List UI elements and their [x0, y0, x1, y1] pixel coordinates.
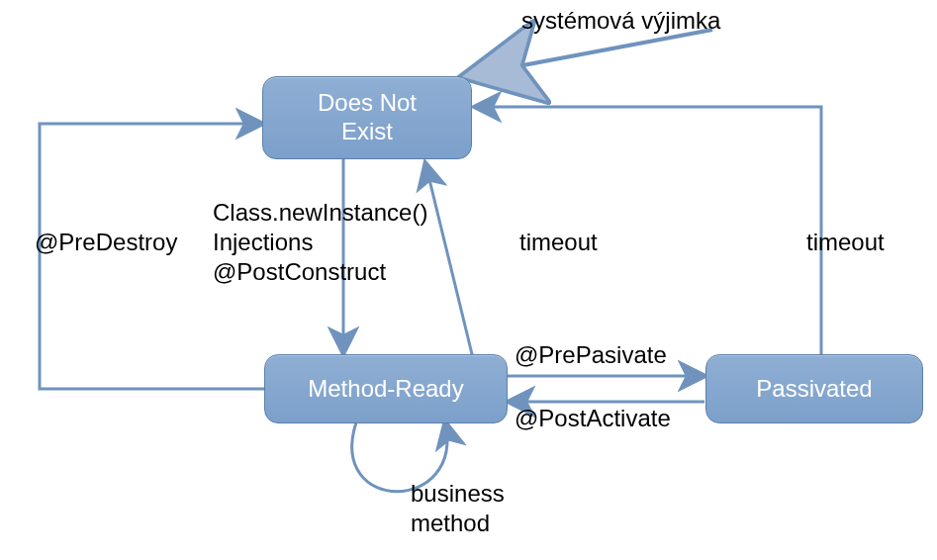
label-postactivate: @PostActivate	[515, 404, 671, 433]
label-business-method: businessmethod	[411, 479, 505, 538]
label-newinstance: Class.newInstance()Injections@PostConstr…	[213, 198, 427, 287]
state-method-ready: Method-Ready	[264, 354, 508, 423]
edge-timeout-left	[425, 163, 473, 358]
label-predestroy: @PreDestroy	[35, 228, 177, 257]
state-does-not-exist-label: Does NotExist	[318, 89, 417, 146]
label-prepassivate: @PrePasivate	[515, 340, 667, 370]
state-method-ready-label: Method-Ready	[308, 375, 463, 404]
label-timeout-left: timeout	[519, 228, 598, 257]
label-system-exception: systémová výjimka	[521, 6, 720, 36]
state-passivated-label: Passivated	[756, 375, 872, 404]
state-passivated: Passivated	[705, 354, 923, 423]
state-does-not-exist: Does NotExist	[262, 76, 472, 159]
label-timeout-right: timeout	[806, 228, 885, 257]
edge-system-exception	[465, 30, 712, 76]
